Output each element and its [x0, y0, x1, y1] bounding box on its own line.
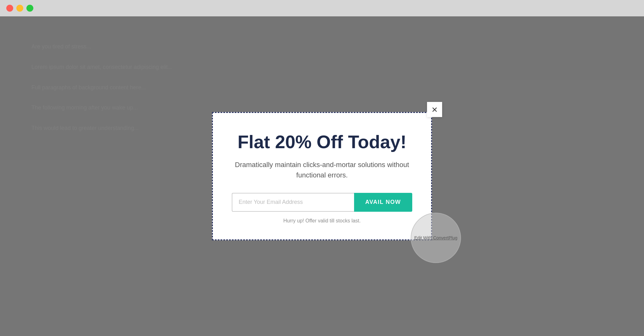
window-chrome: [0, 0, 644, 16]
modal-overlay: × Flat 20% Off Today! Dramatically maint…: [0, 16, 644, 336]
submit-button[interactable]: AVAIL NOW: [354, 193, 413, 212]
modal-wrapper: × Flat 20% Off Today! Dramatically maint…: [208, 108, 436, 244]
email-input[interactable]: [232, 193, 354, 212]
edit-circle: Edit With ConvertPlug: [411, 213, 461, 263]
close-traffic-light[interactable]: [6, 5, 13, 12]
modal-description: Dramatically maintain clicks-and-mortar …: [232, 160, 412, 180]
modal-title: Flat 20% Off Today!: [232, 132, 412, 152]
maximize-traffic-light[interactable]: [26, 5, 33, 12]
edit-convertplug-link[interactable]: Edit With ConvertPlug: [414, 235, 458, 240]
minimize-traffic-light[interactable]: [16, 5, 23, 12]
edit-tooltip-wrapper: Edit With ConvertPlug: [411, 213, 461, 263]
modal-form: AVAIL NOW: [232, 193, 412, 212]
modal-close-button[interactable]: ×: [427, 102, 442, 117]
urgency-text: Hurry up! Offer valid till stocks last.: [232, 218, 412, 224]
modal-card: Flat 20% Off Today! Dramatically maintai…: [212, 112, 432, 240]
